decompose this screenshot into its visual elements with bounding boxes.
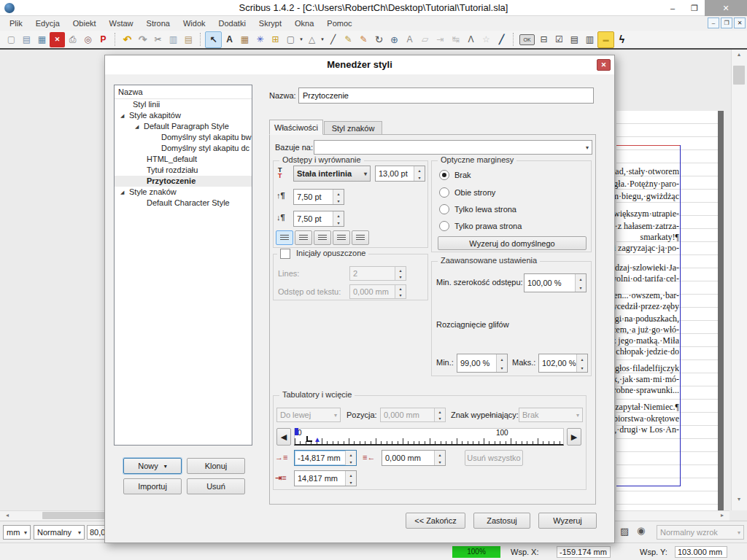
insert-line-icon[interactable]: ╱	[325, 32, 341, 47]
select-item-icon[interactable]: ↖	[205, 31, 222, 48]
insert-render-frame-icon[interactable]: ✳	[252, 32, 268, 47]
shape-dropdown-icon[interactable]: ▾	[298, 36, 304, 42]
zoom-level-box[interactable]: 80,00	[87, 525, 106, 540]
align-left-button[interactable]	[276, 230, 293, 245]
menu-widok[interactable]: Widok	[177, 16, 212, 31]
expand-arrow-icon[interactable]: ◢	[120, 110, 129, 121]
radio-icon[interactable]	[439, 187, 449, 198]
right-indent-spinner[interactable]: 0,000 mm ▴▾	[382, 450, 446, 466]
pdf-push-button-icon[interactable]: OK	[519, 34, 535, 45]
unlink-text-frames-icon[interactable]: ↹	[448, 32, 463, 47]
min-space-width-spinner[interactable]: 100,00 % ▴▾	[524, 273, 587, 292]
tab-character-style[interactable]: Styl znaków	[324, 121, 382, 135]
tab-type-select[interactable]: Do lewej▾	[276, 408, 341, 422]
insert-text-frame-icon[interactable]: A	[222, 32, 237, 47]
redo-icon[interactable]: ↷	[135, 32, 150, 47]
save-document-icon[interactable]: ▦	[34, 32, 50, 47]
tab-position-spinner[interactable]: 0,000 mm ▴▾	[380, 408, 446, 422]
line-spacing-value-spinner[interactable]: 13,00 pt ▴▾	[375, 166, 425, 182]
spin-down-icon[interactable]: ▾	[346, 478, 356, 486]
optical-option-none[interactable]: Brak	[439, 170, 471, 180]
window-minimize-button[interactable]: –	[662, 0, 683, 16]
window-restore-button[interactable]: ❐	[684, 0, 705, 16]
export-pdf-icon[interactable]: P	[96, 32, 111, 47]
spin-down-icon[interactable]: ▾	[333, 197, 344, 204]
left-indent-marker[interactable]: ▲	[314, 436, 321, 443]
mdi-close-button[interactable]: ✕	[734, 18, 746, 28]
align-right-button[interactable]	[314, 230, 331, 245]
spin-down-icon[interactable]: ▾	[435, 458, 445, 465]
quality-select[interactable]: Normalny▾	[34, 525, 85, 540]
tree-item-style-akapitow[interactable]: ◢Style akapitów	[115, 110, 252, 121]
menu-plik[interactable]: Plik	[3, 16, 29, 31]
spin-up-icon[interactable]: ▴	[346, 451, 356, 458]
undo-icon[interactable]: ↶	[120, 32, 135, 47]
first-line-indent-marker[interactable]	[295, 428, 298, 435]
first-line-indent-spinner[interactable]: -14,817 mm ▴▾	[294, 450, 357, 466]
pdf-link-icon[interactable]: ϟ	[614, 32, 630, 47]
radio-icon[interactable]	[439, 170, 449, 180]
spin-up-icon[interactable]: ▴	[577, 354, 587, 363]
import-style-button[interactable]: Importuj	[123, 478, 182, 494]
paste-icon[interactable]: ▤	[181, 32, 196, 47]
tree-item-styl-linii[interactable]: Styl linii	[115, 99, 252, 110]
spin-up-icon[interactable]: ▴	[435, 451, 445, 458]
vertical-scrollbar-thumb[interactable]	[733, 66, 745, 85]
rotate-item-icon[interactable]: ↻	[371, 32, 387, 47]
reset-button[interactable]: Wyzeruj	[538, 513, 597, 529]
ruler-scroll-right-button[interactable]: ▶	[567, 428, 581, 446]
expand-arrow-icon[interactable]: ◢	[135, 121, 144, 132]
spin-up-icon[interactable]: ▴	[346, 471, 356, 478]
spin-up-icon[interactable]: ▴	[497, 354, 507, 363]
done-button[interactable]: << Zakończ	[406, 513, 465, 529]
eyedropper-tool-icon[interactable]: ╱	[494, 32, 509, 47]
spin-down-icon[interactable]: ▾	[395, 273, 406, 280]
based-on-select[interactable]: ▾	[314, 140, 592, 155]
spin-up-icon[interactable]: ▴	[576, 274, 586, 283]
delete-style-button[interactable]: Usuń	[187, 478, 245, 494]
spin-up-icon[interactable]: ▴	[435, 408, 445, 415]
copy-icon[interactable]: ▥	[166, 32, 181, 47]
left-indent-spinner[interactable]: 14,817 mm ▴▾	[294, 470, 357, 486]
glyph-min-spinner[interactable]: 99,00 % ▴▾	[457, 354, 508, 373]
close-document-icon[interactable]: ✕	[50, 32, 65, 47]
pdf-text-field-icon[interactable]: ⊟	[536, 32, 551, 47]
align-force-justify-button[interactable]	[352, 230, 369, 245]
spin-down-icon[interactable]: ▾	[576, 283, 586, 292]
polygon-dropdown-icon[interactable]: ▾	[320, 36, 325, 42]
reset-to-default-button[interactable]: Wyzeruj do domyślnego	[438, 236, 587, 250]
optical-option-left[interactable]: Tylko lewa strona	[439, 204, 516, 214]
pdf-combo-box-icon[interactable]: ▤	[567, 32, 582, 47]
style-name-input[interactable]	[298, 88, 594, 104]
preflight-verifier-icon[interactable]: ◎	[80, 32, 96, 47]
remove-all-tabs-button[interactable]: Usuń wszystko	[465, 450, 523, 466]
spin-down-icon[interactable]: ▾	[346, 458, 356, 465]
glyph-max-spinner[interactable]: 102,00 % ▴▾	[538, 354, 588, 373]
spin-down-icon[interactable]: ▾	[414, 174, 425, 181]
window-titlebar[interactable]: Scribus 1.4.2 - [C:\Users\RobertCh\Deskt…	[0, 0, 747, 16]
spin-up-icon[interactable]: ▴	[414, 166, 425, 174]
pdf-list-box-icon[interactable]: ▥	[582, 32, 597, 47]
tree-item-style-znakow[interactable]: ◢Style znaków	[115, 187, 252, 198]
dropcaps-distance-spinner[interactable]: 0,000 mm ▴▾	[349, 284, 406, 299]
tree-item-domyslny-bw[interactable]: Domyślny styl akapitu bw	[115, 132, 252, 143]
tree-item-tytul-rozdzialu[interactable]: Tytuł rozdziału	[115, 165, 252, 176]
spin-down-icon[interactable]: ▾	[395, 292, 406, 298]
scroll-down-icon[interactable]: ▾	[731, 496, 747, 508]
insert-image-frame-icon[interactable]: ▦	[237, 32, 252, 47]
dropcaps-checkbox[interactable]	[280, 249, 290, 259]
menu-pomoc[interactable]: Pomoc	[320, 16, 358, 31]
spin-down-icon[interactable]: ▾	[435, 415, 445, 421]
image-resolution-icon[interactable]: ▨	[620, 526, 629, 537]
line-spacing-mode-select[interactable]: Stała interlinia▾	[293, 166, 371, 182]
dialog-close-button[interactable]: ✕	[597, 59, 611, 71]
zoom-tool-icon[interactable]: ⊕	[387, 32, 402, 47]
clone-style-button[interactable]: Klonuj	[187, 458, 245, 474]
spin-up-icon[interactable]: ▴	[333, 211, 344, 219]
insert-shape-icon[interactable]: ▢	[283, 32, 298, 47]
tree-item-default-character-style[interactable]: Default Character Style	[115, 198, 252, 209]
new-document-icon[interactable]: ▢	[4, 32, 19, 47]
tab-ruler[interactable]: 0 100 ▲	[294, 428, 564, 446]
measurements-tool-icon[interactable]: Λ	[463, 32, 479, 47]
vision-defect-select[interactable]: Normalny wzrok▾	[657, 525, 744, 540]
